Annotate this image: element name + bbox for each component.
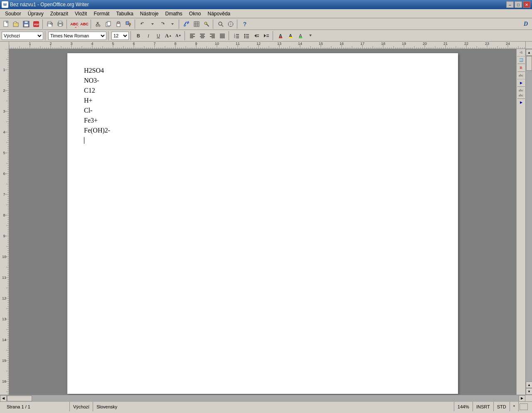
italic-D-button[interactable]: D (521, 20, 530, 29)
print-button[interactable] (56, 20, 65, 29)
copy-button[interactable] (104, 20, 113, 29)
menu-nastroje[interactable]: Nástroje (137, 10, 162, 17)
font-size-down-button[interactable]: A▼ (174, 31, 183, 40)
doc-line-1[interactable]: H2SO4 (84, 66, 441, 76)
menu-zobrazit[interactable]: Zobrazit (47, 10, 71, 17)
svg-rect-22 (117, 22, 120, 24)
scrollbar-track[interactable] (526, 56, 532, 381)
menu-napoveda[interactable]: Nápověda (204, 10, 234, 17)
menu-soubor[interactable]: Soubor (2, 10, 25, 17)
vertical-ruler (0, 49, 9, 395)
underline-button[interactable]: U (154, 31, 163, 40)
numbering-button[interactable]: 1.2.3. (232, 31, 241, 40)
doc-line-5[interactable]: Cl- (84, 106, 441, 116)
sidebar-abc2[interactable]: abc (519, 88, 523, 92)
sidebar-abc1[interactable]: abc (519, 74, 523, 77)
scroll-down-up-button[interactable]: ▲ (526, 381, 532, 388)
sep-fmt6 (273, 31, 274, 40)
menu-dmaths[interactable]: Dmaths (162, 10, 186, 17)
right-sidebar: -fi 🔤 R abc ▶ abc abc ▶ (516, 49, 525, 395)
document-page[interactable]: H2SO4 NO3- C12 H+ Cl- Fe3+ Fe(OH)2- (67, 53, 458, 394)
redo-dropdown-button[interactable] (168, 20, 177, 29)
font-size-dropdown[interactable]: 12 (111, 32, 129, 40)
maximize-button[interactable]: □ (515, 1, 522, 8)
align-left-button[interactable] (188, 31, 197, 40)
menu-format[interactable]: Formát (90, 10, 113, 17)
hscroll-right-button[interactable]: ▶ (519, 395, 525, 402)
show-draw-button[interactable] (202, 20, 211, 29)
doc-line-2[interactable]: NO3- (84, 76, 441, 86)
undo-button[interactable] (138, 20, 147, 29)
bullets-button[interactable] (242, 31, 251, 40)
doc-line-6[interactable]: Fe3+ (84, 116, 441, 125)
sidebar-expand-right[interactable]: ▶ (520, 81, 522, 85)
doc-line-7[interactable]: Fe(OH)2- (84, 125, 441, 135)
close-button[interactable]: ✕ (523, 1, 530, 8)
menu-upravy[interactable]: Úpravy (25, 10, 47, 17)
app-icon: W (2, 1, 8, 8)
align-justify-button[interactable] (218, 31, 227, 40)
ruler-corner (0, 42, 9, 49)
doc-line-4[interactable]: H+ (84, 96, 441, 106)
menu-tabulka[interactable]: Tabulka (113, 10, 136, 17)
italic-button[interactable]: I (144, 31, 153, 40)
align-center-button[interactable] (198, 31, 207, 40)
new-button[interactable] (2, 20, 11, 29)
font-family-dropdown[interactable]: Times New Roman (48, 32, 106, 40)
sidebar-icon-2[interactable]: 🔤 (519, 58, 523, 62)
hscroll-left-button[interactable]: ◀ (0, 395, 7, 402)
sidebar-red-icon[interactable]: R (520, 66, 522, 70)
menubar: Soubor Úpravy Zobrazit Vložit Formát Tab… (0, 9, 532, 18)
hyperlink-button[interactable] (182, 20, 191, 29)
doc-line-3[interactable]: C12 (84, 86, 441, 96)
sep3 (91, 20, 92, 29)
scroll-bottom-buttons: ▲ ▼ (526, 381, 532, 395)
document-container[interactable]: H2SO4 NO3- C12 H+ Cl- Fe3+ Fe(OH)2- (9, 49, 516, 395)
spellcheck-button[interactable]: ABC (70, 20, 79, 29)
open-button[interactable] (12, 20, 21, 29)
align-right-button[interactable] (208, 31, 217, 40)
cut-button[interactable] (94, 20, 103, 29)
table-button[interactable] (192, 20, 201, 29)
menu-okno[interactable]: Okno (186, 10, 204, 17)
scroll-up-button[interactable]: ▲ (526, 49, 532, 56)
paste-button[interactable] (114, 20, 123, 29)
export-pdf-button[interactable]: PDF (32, 20, 41, 29)
sidebar-abc3[interactable]: abc (519, 93, 523, 97)
navigator-button[interactable] (226, 20, 235, 29)
bg-color-button[interactable]: A (296, 31, 305, 40)
increase-indent-button[interactable] (262, 31, 271, 40)
svg-marker-28 (171, 23, 174, 25)
scroll-down-button[interactable]: ▼ (526, 388, 532, 395)
decrease-indent-button[interactable] (252, 31, 261, 40)
doc-line-8[interactable] (84, 135, 441, 145)
selection-mode-status[interactable]: STD (494, 402, 510, 411)
menu-vlozit[interactable]: Vložit (71, 10, 90, 17)
zoom-status[interactable]: 144% (454, 402, 473, 411)
insert-mode-status[interactable]: INSRT (473, 402, 494, 411)
save-button[interactable] (22, 20, 31, 29)
font-color-button[interactable]: A (276, 31, 285, 40)
format-paint-button[interactable] (124, 20, 133, 29)
paragraph-style-dropdown[interactable]: Výchozí (2, 32, 43, 40)
font-size-up-button[interactable]: A▲ (164, 31, 173, 40)
auto-spellcheck-button[interactable]: ABC (80, 20, 89, 29)
svg-rect-13 (59, 24, 62, 26)
find-button[interactable] (216, 20, 225, 29)
help-button[interactable]: ? (240, 20, 249, 29)
scrollbar-thumb[interactable] (526, 56, 532, 71)
sidebar-expand-right2[interactable]: ▶ (520, 101, 522, 104)
redo-button[interactable] (158, 20, 167, 29)
main-area: H2SO4 NO3- C12 H+ Cl- Fe3+ Fe(OH)2- -fi … (0, 49, 532, 395)
print-preview-button[interactable] (46, 20, 55, 29)
svg-point-38 (230, 24, 231, 25)
highlight-button[interactable]: A (286, 31, 295, 40)
undo-dropdown-button[interactable] (148, 20, 157, 29)
svg-text:3.: 3. (234, 37, 236, 38)
hscroll-thumb[interactable] (7, 396, 32, 401)
minimize-button[interactable]: – (506, 1, 514, 8)
hscroll-track[interactable] (7, 395, 519, 402)
fmt-dropdown-btn[interactable] (306, 31, 315, 40)
svg-point-67 (244, 35, 246, 37)
bold-button[interactable]: B (134, 31, 143, 40)
